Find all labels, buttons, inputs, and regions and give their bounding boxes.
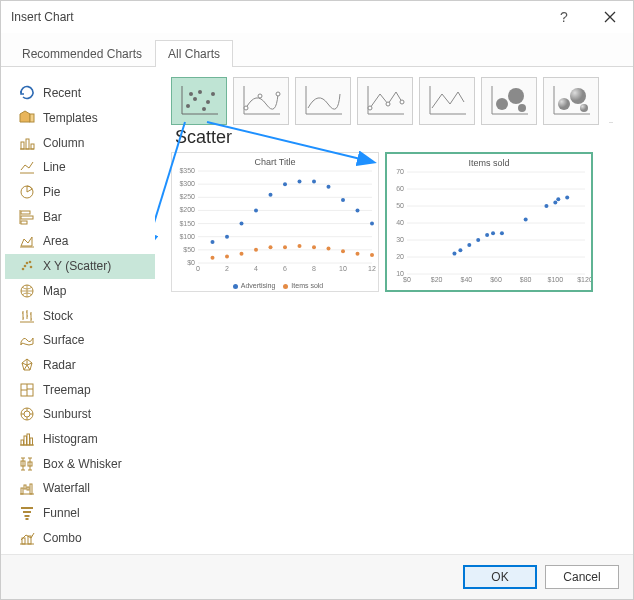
sidebar-item-label: Radar xyxy=(43,358,76,372)
svg-point-93 xyxy=(356,252,360,256)
sidebar-item-label: Area xyxy=(43,234,68,248)
sidebar-item-map[interactable]: Map xyxy=(5,279,155,304)
sidebar-item-treemap[interactable]: Treemap xyxy=(5,377,155,402)
svg-point-38 xyxy=(276,92,280,96)
svg-point-11 xyxy=(24,265,27,268)
sidebar-item-templates[interactable]: Templates xyxy=(5,106,155,131)
subtype-scatter-smooth[interactable] xyxy=(295,77,351,125)
help-button[interactable]: ? xyxy=(541,1,587,33)
sidebar-item-waterfall[interactable]: Waterfall xyxy=(5,476,155,501)
cancel-button[interactable]: Cancel xyxy=(545,565,619,589)
sidebar-item-label: Sunburst xyxy=(43,407,91,421)
combo-icon xyxy=(19,530,35,546)
close-button[interactable] xyxy=(587,1,633,33)
svg-point-86 xyxy=(254,248,258,252)
svg-text:10: 10 xyxy=(339,265,347,272)
svg-point-126 xyxy=(556,197,560,201)
svg-point-89 xyxy=(298,244,302,248)
svg-text:4: 4 xyxy=(254,265,258,272)
subtype-row xyxy=(165,77,621,125)
svg-point-42 xyxy=(496,98,508,110)
sidebar-item-label: Stock xyxy=(43,309,73,323)
subtype-scatter[interactable] xyxy=(171,77,227,125)
svg-point-83 xyxy=(211,256,215,260)
svg-point-40 xyxy=(386,102,390,106)
svg-rect-7 xyxy=(21,221,27,224)
tab-recommended[interactable]: Recommended Charts xyxy=(9,40,155,67)
subtype-scatter-straight-markers[interactable] xyxy=(357,77,413,125)
svg-point-46 xyxy=(570,88,586,104)
svg-text:$200: $200 xyxy=(179,206,195,213)
sunburst-icon xyxy=(19,406,35,422)
tab-strip: Recommended Charts All Charts xyxy=(1,33,633,67)
svg-text:$250: $250 xyxy=(179,193,195,200)
map-icon xyxy=(19,283,35,299)
insert-chart-dialog: Insert Chart ? Recommended Charts All Ch… xyxy=(0,0,634,600)
svg-point-43 xyxy=(508,88,524,104)
sidebar-item-sunburst[interactable]: Sunburst xyxy=(5,402,155,427)
svg-text:8: 8 xyxy=(312,265,316,272)
waterfall-icon xyxy=(19,480,35,496)
templates-icon xyxy=(19,110,35,126)
svg-rect-23 xyxy=(21,488,23,494)
chart-type-sidebar: RecentTemplatesColumnLinePieBarAreaX Y (… xyxy=(5,77,155,554)
sidebar-item-surface[interactable]: Surface xyxy=(5,328,155,353)
sidebar-item-combo[interactable]: Combo xyxy=(5,525,155,550)
svg-point-34 xyxy=(189,92,193,96)
svg-point-79 xyxy=(327,185,331,189)
svg-rect-1 xyxy=(21,142,24,149)
sidebar-item-label: Map xyxy=(43,284,66,298)
sidebar-item-bar[interactable]: Bar xyxy=(5,204,155,229)
svg-rect-0 xyxy=(30,114,34,122)
sidebar-item-line[interactable]: Line xyxy=(5,155,155,180)
stock-icon xyxy=(19,308,35,324)
sidebar-item-label: Pie xyxy=(43,185,60,199)
sidebar-item-boxwhisker[interactable]: Box & Whisker xyxy=(5,451,155,476)
svg-point-88 xyxy=(283,245,287,249)
svg-text:$150: $150 xyxy=(179,220,195,227)
svg-point-33 xyxy=(211,92,215,96)
svg-text:$20: $20 xyxy=(431,276,443,283)
tab-all-charts[interactable]: All Charts xyxy=(155,40,233,67)
preview-chart-2[interactable]: Items sold 10203040506070$0$20$40$60$80$… xyxy=(385,152,593,292)
subtype-scatter-smooth-markers[interactable] xyxy=(233,77,289,125)
sidebar-item-pie[interactable]: Pie xyxy=(5,180,155,205)
pie-icon xyxy=(19,184,35,200)
sidebar-item-histogram[interactable]: Histogram xyxy=(5,427,155,452)
svg-text:$350: $350 xyxy=(179,167,195,174)
sidebar-item-column[interactable]: Column xyxy=(5,130,155,155)
svg-point-92 xyxy=(341,249,345,253)
svg-point-41 xyxy=(400,100,404,104)
svg-text:30: 30 xyxy=(396,236,404,243)
svg-text:$120: $120 xyxy=(577,276,591,283)
svg-point-119 xyxy=(476,238,480,242)
svg-rect-17 xyxy=(21,440,24,445)
subtype-bubble-3d[interactable] xyxy=(543,77,599,125)
svg-point-81 xyxy=(356,208,360,212)
sidebar-item-area[interactable]: Area xyxy=(5,229,155,254)
svg-rect-18 xyxy=(24,436,27,445)
svg-point-29 xyxy=(186,104,190,108)
sidebar-item-recent[interactable]: Recent xyxy=(5,81,155,106)
svg-text:60: 60 xyxy=(396,185,404,192)
sidebar-item-scatter[interactable]: X Y (Scatter) xyxy=(5,254,155,279)
svg-text:2: 2 xyxy=(225,265,229,272)
sidebar-item-funnel[interactable]: Funnel xyxy=(5,501,155,526)
sidebar-item-radar[interactable]: Radar xyxy=(5,353,155,378)
svg-point-72 xyxy=(225,235,229,239)
subtype-bubble[interactable] xyxy=(481,77,537,125)
svg-point-90 xyxy=(312,245,316,249)
content-pane: Scatter Chart Title $0$50$100$150$200$25… xyxy=(155,77,621,554)
ok-button[interactable]: OK xyxy=(463,565,537,589)
sidebar-item-label: Column xyxy=(43,136,84,150)
svg-text:$100: $100 xyxy=(548,276,564,283)
svg-point-39 xyxy=(368,106,372,110)
sidebar-item-stock[interactable]: Stock xyxy=(5,303,155,328)
svg-rect-20 xyxy=(30,438,33,445)
subtype-scatter-straight[interactable] xyxy=(419,77,475,125)
svg-point-117 xyxy=(458,248,462,252)
svg-point-76 xyxy=(283,182,287,186)
svg-point-80 xyxy=(341,198,345,202)
svg-rect-19 xyxy=(27,434,30,445)
preview-chart-1[interactable]: Chart Title $0$50$100$150$200$250$300$35… xyxy=(171,152,379,292)
